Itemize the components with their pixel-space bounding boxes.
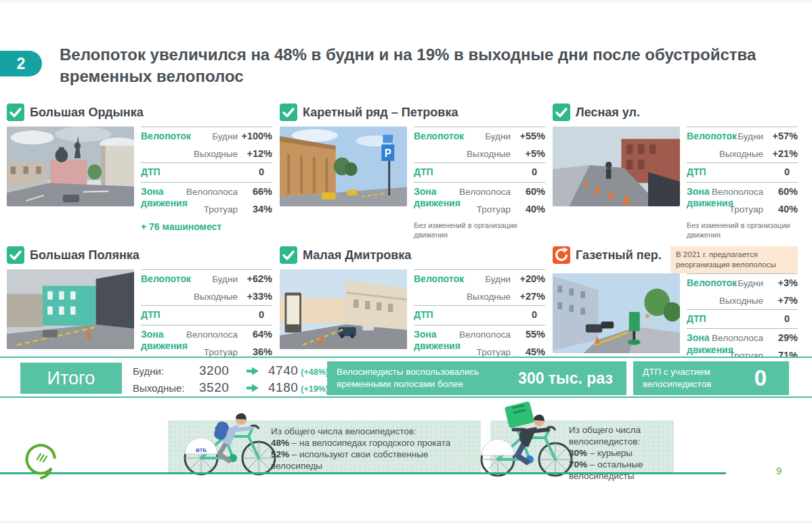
sidewalk-label: Тротуар: [204, 347, 238, 357]
usage-box: Велосипедисты воспользовались временными…: [327, 361, 626, 395]
check-icon: [280, 104, 297, 121]
bikelane-value: 64%: [241, 329, 272, 340]
accidents-value: 0: [776, 166, 790, 177]
dtp-box: ДТП с участием велосипедистов 0: [633, 361, 789, 395]
totals-label-box: Итого: [20, 363, 122, 394]
page-number: 9: [776, 465, 782, 476]
weekday-label: Будни: [485, 131, 511, 141]
totals-row-name: Будни:: [133, 365, 195, 377]
totals-delta: (+19%): [301, 384, 328, 394]
street-stats-table: Велопоток Будни+57% Выходные+21% ДТП 0: [687, 127, 798, 240]
street-stats-table: Велопоток Будни+100% Выходные+12% ДТП 0: [141, 127, 272, 233]
weekday-label: Будни: [485, 274, 511, 284]
reorg-note: В 2021 г. предлагается реорганизация вел…: [670, 246, 798, 273]
street-card-body: Велопоток Будни+100% Выходные+12% ДТП 0: [7, 127, 272, 233]
weekend-value: +5%: [514, 148, 545, 159]
zone-section: Зона движения Велополоса55% Тротуар45%: [414, 325, 545, 361]
totals-row-name: Выходные:: [133, 382, 195, 394]
weekday-label: Будни: [212, 131, 238, 141]
arrow-right-icon: [247, 367, 259, 376]
veloflow-section: Велопоток Будни+100% Выходные+12%: [141, 127, 272, 163]
totals-delta: (+48%): [301, 367, 328, 377]
page-title: Велопоток увеличился на 48% в будни и на…: [60, 44, 757, 87]
accidents-label: ДТП: [414, 309, 468, 321]
veloflow-section: Велопоток Будни+62% Выходные+33%: [141, 270, 272, 306]
totals-after-cell: 4180(+19%): [268, 380, 328, 395]
bikelane-label: Велополоса: [186, 187, 238, 197]
share-text: – курьеры: [590, 448, 633, 458]
share-line: 30% – курьеры: [569, 448, 668, 459]
weekday-value: +100%: [241, 131, 272, 141]
bikelane-label: Велополоса: [712, 187, 763, 197]
velobike-logo-icon: [23, 439, 60, 480]
weekday-value: +3%: [767, 277, 798, 288]
sidewalk-value: 45%: [514, 346, 545, 357]
street-card-header: Газетный пер. В 2021 г. предлагается рео…: [553, 246, 798, 273]
bikelane-value: 60%: [514, 186, 545, 197]
weekend-label: Выходные: [719, 296, 763, 306]
weekend-value: +7%: [767, 295, 798, 306]
street-stats-table: Велопоток Будни+55% Выходные+5% ДТП 0: [414, 127, 545, 240]
check-icon: [7, 246, 24, 264]
bikelane-label: Велополоса: [459, 187, 511, 197]
share-line: 48% – на велосипедах городского проката: [271, 438, 474, 449]
totals-after-value: 4180: [268, 380, 298, 394]
street-photo: [280, 269, 407, 349]
street-card-header: Большая Ордынка: [7, 104, 272, 127]
accidents-value: 0: [776, 313, 790, 324]
weekend-value: +33%: [241, 291, 272, 302]
accidents-label: ДТП: [687, 313, 741, 325]
accidents-section: ДТП 0: [141, 163, 272, 183]
weekday-value: +57%: [767, 131, 798, 141]
weekend-value: +12%: [241, 148, 272, 159]
accidents-value: 0: [523, 166, 537, 177]
usage-value: 300 тыс. раз: [514, 369, 617, 388]
bikelane-value: 66%: [241, 186, 272, 197]
sidewalk-label: Тротуар: [477, 204, 511, 214]
street-card-header: Лесная ул.: [553, 104, 798, 127]
accidents-section: ДТП 0: [414, 163, 545, 183]
zone-section: Зона движения Велополоса64% Тротуар36%: [141, 325, 272, 361]
sidewalk-value: 36%: [241, 346, 272, 357]
street-photo: [553, 273, 680, 353]
accidents-section: ДТП 0: [687, 310, 798, 329]
street-card-header: Каретный ряд – Петровка: [280, 104, 545, 127]
accidents-value: 0: [251, 166, 264, 177]
street-footnote: Без изменений в организации движения: [687, 218, 798, 240]
usage-text: Велосипедисты воспользовались временными…: [337, 366, 507, 390]
totals-before-value: 3520: [199, 380, 242, 395]
bikelane-label: Велополоса: [459, 329, 511, 340]
weekend-label: Выходные: [719, 149, 763, 159]
accidents-section: ДТП 0: [141, 306, 272, 325]
arrow-cell: [247, 367, 264, 376]
totals-numbers: Будни:32004740(+48%)Выходные:35204180(+1…: [133, 363, 328, 395]
accidents-section: ДТП 0: [687, 163, 798, 183]
street-photo: [7, 127, 134, 206]
sidewalk-label: Тротуар: [729, 204, 763, 214]
arrow-right-icon: [247, 384, 259, 392]
share-intro: Из общего числа велосипедистов:: [271, 426, 474, 438]
weekday-value: +55%: [514, 131, 545, 141]
arrow-cell: [247, 384, 264, 392]
bikelane-value: 29%: [767, 332, 798, 343]
totals-after-value: 4740: [268, 363, 298, 378]
accidents-label: ДТП: [141, 309, 195, 321]
veloflow-section: Велопоток Будни+3% Выходные+7%: [687, 274, 798, 310]
veloflow-section: Велопоток Будни+55% Выходные+5%: [414, 127, 545, 163]
bike-brand-label: ВТБ: [196, 447, 207, 453]
rental-cyclist-illustration: ВТБ: [171, 399, 286, 476]
veloflow-label: Велопоток: [414, 273, 468, 302]
bikelane-value: 60%: [767, 186, 798, 197]
veloflow-section: Велопоток Будни+57% Выходные+21%: [687, 127, 798, 163]
slide: 2 Велопоток увеличился на 48% в будни и …: [0, 0, 812, 523]
dtp-text: ДТП с участием велосипедистов: [643, 366, 735, 390]
accidents-label: ДТП: [141, 166, 195, 179]
share-intro: Из общего числа велосипедистов:: [569, 425, 668, 448]
street-cards-grid: Большая Ордынка Велопоток Будни+100% Вых…: [7, 104, 798, 386]
zone-section: Зона движения Велополоса66% Тротуар34%: [141, 183, 272, 218]
accidents-value: 0: [251, 309, 264, 320]
sidewalk-value: 34%: [241, 204, 272, 214]
street-photo: P: [280, 127, 407, 206]
veloflow-label: Велопоток: [141, 131, 195, 159]
totals-before-value: 3200: [199, 363, 242, 378]
